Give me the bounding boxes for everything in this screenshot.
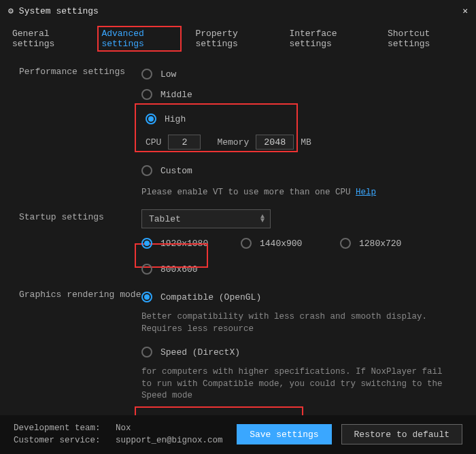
chevrons-icon: ▲▼ <box>260 215 265 223</box>
save-button[interactable]: Save settings <box>237 424 331 444</box>
titlebar: ⚙ System settings ✕ <box>0 0 476 22</box>
tab-property[interactable]: Property settings <box>191 26 275 52</box>
tab-advanced[interactable]: Advanced settings <box>97 26 182 52</box>
device-dropdown-value: Tablet <box>149 214 181 224</box>
window-title: System settings <box>19 6 99 16</box>
graphics-label: Graphics rendering mode <box>19 287 141 300</box>
cs-value[interactable]: support_en@bignox.com <box>116 436 223 445</box>
memory-unit: MB <box>301 137 311 147</box>
radio-1280[interactable] <box>340 238 351 249</box>
radio-high[interactable] <box>146 114 156 124</box>
cpu-input[interactable] <box>168 135 201 150</box>
dev-team-label: Development team: <box>14 423 101 433</box>
cpu-label: CPU <box>146 137 161 147</box>
vt-text: Please enable VT to use more than one CP… <box>141 188 457 197</box>
tab-shortcut[interactable]: Shortcut settings <box>384 26 468 52</box>
radio-custom[interactable] <box>141 165 152 176</box>
memory-label: Memory <box>217 137 249 147</box>
cs-label: Customer service: <box>14 436 101 445</box>
radio-low[interactable] <box>141 69 152 80</box>
radio-speed[interactable] <box>141 347 152 357</box>
radio-custom-label: Custom <box>160 166 192 176</box>
radio-compatible[interactable] <box>141 292 152 302</box>
memory-input[interactable] <box>256 135 294 150</box>
dev-team-value: Nox <box>116 423 131 433</box>
radio-1920-label: 1920x1080 <box>160 239 208 249</box>
radio-800[interactable] <box>141 264 152 275</box>
radio-high-label: High <box>165 114 186 124</box>
radio-low-label: Low <box>160 69 176 80</box>
radio-middle-label: Middle <box>160 90 192 100</box>
radio-speed-label: Speed (DirectX) <box>160 347 240 357</box>
speed-desc: for computers with higher specifications… <box>141 366 447 402</box>
device-dropdown[interactable]: Tablet ▲▼ <box>141 209 271 228</box>
restore-button[interactable]: Restore to default <box>341 424 462 444</box>
radio-800-label: 800x600 <box>160 264 198 275</box>
close-icon[interactable]: ✕ <box>462 5 468 16</box>
tab-general[interactable]: General settings <box>8 26 88 52</box>
radio-1920[interactable] <box>141 238 152 249</box>
tabs: General settings Advanced settings Prope… <box>0 22 476 58</box>
tab-interface[interactable]: Interface settings <box>285 26 374 52</box>
radio-1280-label: 1280x720 <box>359 239 401 249</box>
radio-1440-label: 1440x900 <box>260 239 302 249</box>
startup-label: Startup settings <box>19 209 141 222</box>
radio-1440[interactable] <box>241 238 252 249</box>
help-link[interactable]: Help <box>356 188 376 197</box>
radio-middle[interactable] <box>141 89 152 100</box>
footer: Development team: Nox Customer service: … <box>0 415 476 455</box>
gear-icon: ⚙ <box>8 5 14 16</box>
content: Performance settings Low Middle High CPU <box>0 58 476 425</box>
performance-label: Performance settings <box>19 64 141 77</box>
radio-compatible-label: Compatible (OpenGL) <box>160 292 261 302</box>
compatible-desc: Better compatibility with less crash and… <box>141 311 447 335</box>
